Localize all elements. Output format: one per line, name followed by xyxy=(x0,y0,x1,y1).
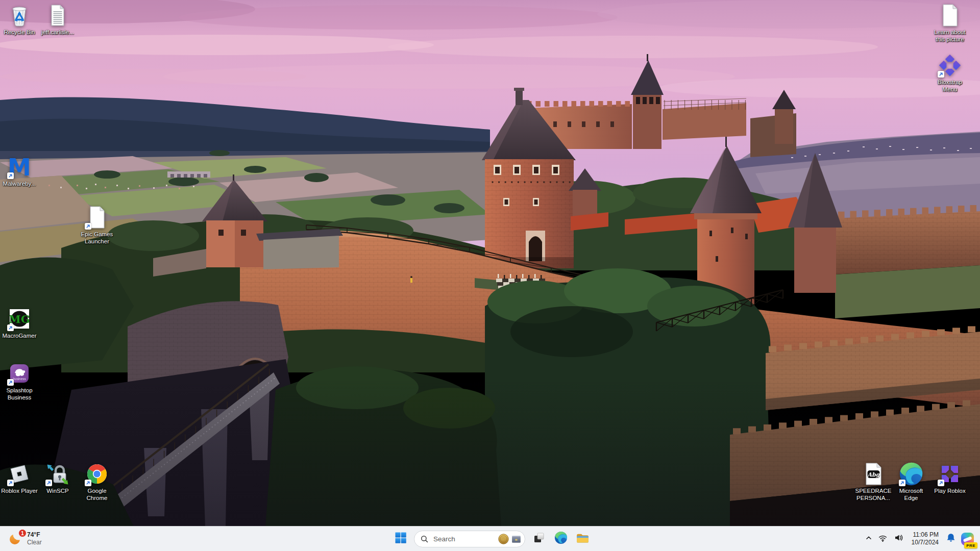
desktop-icon-recycle-bin[interactable]: Recycle Bin xyxy=(0,3,39,36)
clock-button[interactable]: 11:06 PM 10/7/2024 xyxy=(912,531,939,546)
desktop: Recycle Bin jeff.carlisle... Learn about… xyxy=(0,0,980,551)
desktop-icon-label: Roblox Player xyxy=(0,488,39,495)
search-icon xyxy=(421,535,428,543)
search-highlight-case-icon xyxy=(510,533,522,545)
desktop-icon-label: Malwareby... xyxy=(0,181,39,188)
taskbar: 1 74°F Clear xyxy=(0,526,980,551)
shortcut-arrow-icon xyxy=(7,324,14,331)
taskbar-search[interactable] xyxy=(414,531,525,547)
overlapping-squares-icon xyxy=(533,532,545,546)
desktop-icon-roblox-player[interactable]: Roblox Player xyxy=(0,462,39,495)
shortcut-arrow-icon xyxy=(938,480,944,486)
copilot-pre-badge: PRE xyxy=(964,542,977,548)
shortcut-arrow-icon xyxy=(899,480,905,486)
search-input[interactable] xyxy=(432,535,498,543)
desktop-icon-learn-about-this-picture[interactable]: Learn about this picture xyxy=(930,3,969,43)
notification-bell-button[interactable] xyxy=(943,529,959,549)
speaker-icon xyxy=(894,533,903,544)
doc-blank-icon xyxy=(85,205,109,230)
wifi-button[interactable] xyxy=(875,529,891,549)
desktop-icon-label: Bloxstrap Menu xyxy=(930,79,969,93)
svg-text:Abg: Abg xyxy=(867,471,880,478)
shortcut-arrow-icon xyxy=(85,480,91,486)
desktop-icons-layer: Recycle Bin jeff.carlisle... Learn about… xyxy=(0,0,980,527)
desktop-icon-label: Splashtop Business xyxy=(0,387,39,401)
weather-temperature: 74°F xyxy=(27,531,42,539)
desktop-icon-play-roblox[interactable]: Play Roblox xyxy=(930,462,969,495)
desktop-icon-winscp[interactable]: WinSCP xyxy=(38,462,77,495)
blox-diamond-icon xyxy=(938,53,962,78)
edge-taskbar-button[interactable] xyxy=(551,529,571,549)
desktop-icon-label: Learn about this picture xyxy=(930,29,969,43)
desktop-icon-label: WinSCP xyxy=(38,488,77,495)
desktop-icon-bloxstrap-menu[interactable]: Bloxstrap Menu xyxy=(930,53,969,93)
blox-grid-icon xyxy=(938,462,962,486)
desktop-icon-google-chrome[interactable]: Google Chrome xyxy=(78,462,116,502)
copilot-button[interactable]: PRE xyxy=(959,529,976,549)
doc-lines-icon xyxy=(45,3,70,28)
desktop-icon-epic-games-launcher[interactable]: Epic Games Launcher xyxy=(78,205,116,245)
widgets-notification-badge: 1 xyxy=(18,529,27,537)
chevron-up-icon xyxy=(865,534,873,544)
edge-icon xyxy=(899,462,923,486)
weather-condition: Clear xyxy=(27,539,42,546)
start-button[interactable] xyxy=(390,529,411,549)
shortcut-arrow-icon xyxy=(85,223,91,230)
shortcut-arrow-icon xyxy=(45,480,52,486)
weather-moon-icon: 1 xyxy=(8,531,23,546)
desktop-icon-malwarebytes[interactable]: M Malwareby... xyxy=(0,155,39,188)
desktop-icon-label: Epic Games Launcher xyxy=(78,231,116,245)
file-explorer-button[interactable] xyxy=(573,529,593,549)
desktop-icon-label: Microsoft Edge xyxy=(892,488,930,502)
shortcut-arrow-icon xyxy=(7,379,14,386)
search-highlight-medal-icon xyxy=(498,533,509,545)
desktop-icon-label: MacroGamer xyxy=(0,333,39,340)
macrogamer-icon: MG xyxy=(7,307,32,331)
font-file-icon: Abg xyxy=(861,462,886,486)
pinned-squares-app-button[interactable] xyxy=(529,529,549,549)
roblox-icon xyxy=(7,462,32,486)
desktop-icon-label: SPEEDRACE PERSONA... xyxy=(854,488,893,502)
svg-text:business: business xyxy=(13,377,26,381)
shortcut-arrow-icon xyxy=(7,172,14,179)
desktop-icon-label: Play Roblox xyxy=(930,488,969,495)
recycle-icon xyxy=(7,3,32,28)
malwarebytes-icon: M xyxy=(7,155,32,179)
time-label: 11:06 PM xyxy=(913,531,939,539)
svg-text:MG: MG xyxy=(9,313,30,325)
shortcut-arrow-icon xyxy=(938,71,944,78)
date-label: 10/7/2024 xyxy=(912,539,939,546)
desktop-icon-jeff-carlisle-document[interactable]: jeff.carlisle... xyxy=(38,3,77,36)
volume-button[interactable] xyxy=(891,529,907,549)
folder-icon xyxy=(576,531,590,547)
doc-blank-icon xyxy=(938,3,962,28)
desktop-icon-splashtop-business[interactable]: business Splashtop Business xyxy=(0,361,39,401)
splashtop-icon: business xyxy=(7,361,32,386)
bell-icon xyxy=(946,533,956,545)
winscp-icon xyxy=(45,462,70,486)
hidden-icons-button[interactable] xyxy=(862,529,875,549)
wifi-icon xyxy=(878,533,888,544)
desktop-icon-label: Recycle Bin xyxy=(0,29,39,36)
desktop-icon-speedrace-persona-font[interactable]: Abg SPEEDRACE PERSONA... xyxy=(854,462,893,502)
shortcut-arrow-icon xyxy=(7,480,14,486)
windows-logo-icon xyxy=(395,532,407,546)
desktop-icon-label: Google Chrome xyxy=(78,488,116,502)
widgets-weather-button[interactable]: 1 74°F Clear xyxy=(3,527,47,551)
desktop-icon-microsoft-edge[interactable]: Microsoft Edge xyxy=(892,462,930,502)
desktop-icon-label: jeff.carlisle... xyxy=(38,29,77,36)
chrome-icon xyxy=(85,462,109,486)
microsoft-edge-icon xyxy=(554,531,568,546)
desktop-icon-macrogamer[interactable]: MG MacroGamer xyxy=(0,307,39,340)
